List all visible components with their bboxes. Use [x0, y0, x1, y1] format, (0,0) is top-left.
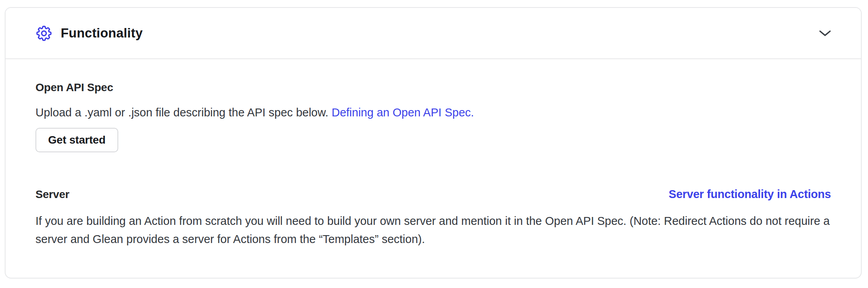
server-functionality-link[interactable]: Server functionality in Actions	[669, 188, 831, 201]
get-started-button[interactable]: Get started	[35, 128, 118, 152]
server-heading-row: Server Server functionality in Actions	[35, 188, 831, 201]
open-api-spec-description: Upload a .yaml or .json file describing …	[35, 103, 831, 122]
server-heading: Server	[35, 188, 69, 201]
open-api-spec-section: Open API Spec Upload a .yaml or .json fi…	[35, 81, 831, 152]
defining-open-api-spec-link[interactable]: Defining an Open API Spec.	[332, 106, 474, 119]
chevron-down-icon[interactable]	[818, 29, 832, 37]
functionality-card-body: Open API Spec Upload a .yaml or .json fi…	[6, 59, 861, 248]
section-title: Functionality	[61, 26, 143, 41]
gear-icon	[35, 24, 53, 43]
server-description: If you are building an Action from scrat…	[35, 212, 831, 248]
open-api-spec-heading: Open API Spec	[35, 81, 831, 94]
server-section: Server Server functionality in Actions I…	[35, 188, 831, 248]
open-api-spec-description-text: Upload a .yaml or .json file describing …	[35, 106, 328, 119]
functionality-section-header[interactable]: Functionality	[6, 8, 861, 59]
functionality-card: Functionality Open API Spec Upload a .ya…	[5, 7, 862, 279]
